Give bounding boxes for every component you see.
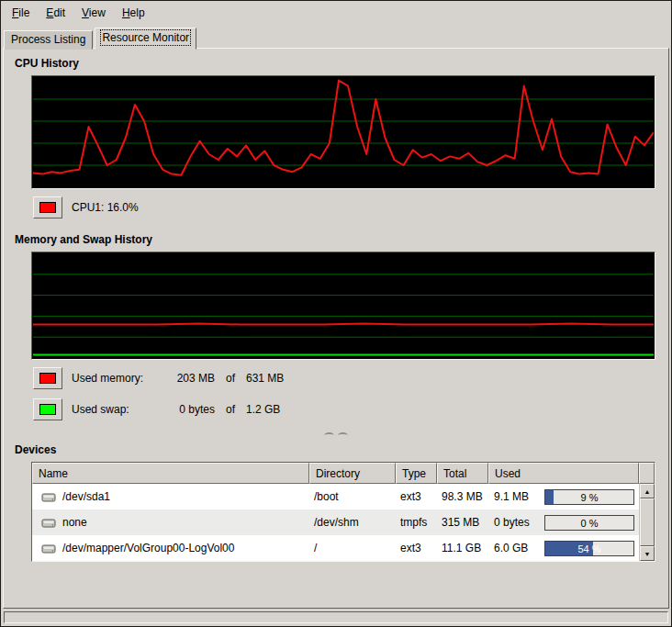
device-name: none: [62, 516, 87, 529]
column-header-type[interactable]: Type: [396, 463, 437, 484]
swap-color-swatch: [39, 404, 56, 415]
devices-table-body: /dev/sda1 /boot ext3 98.3 MB 9.1 MB 9 % …: [32, 484, 639, 561]
memory-swap-graph: [32, 252, 655, 359]
column-header-name[interactable]: Name: [32, 463, 309, 484]
column-header-total[interactable]: Total: [437, 463, 488, 484]
usage-percent-label: 0 %: [545, 516, 633, 530]
cpu-history-title: CPU History: [15, 57, 659, 70]
memory-of-text: of: [226, 372, 235, 385]
cpu-legend-label: CPU1: 16.0%: [72, 201, 139, 214]
device-row[interactable]: /dev/mapper/VolGroup00-LogVol00 / ext3 1…: [32, 535, 639, 561]
swap-legend: Used swap: 0 bytes of 1.2 GB: [33, 398, 659, 420]
swap-total-value: 1.2 GB: [246, 403, 280, 416]
device-row[interactable]: none /dev/shm tmpfs 315 MB 0 bytes 0 %: [32, 509, 639, 535]
menu-item-file[interactable]: File: [4, 4, 38, 22]
device-row[interactable]: /dev/sda1 /boot ext3 98.3 MB 9.1 MB 9 %: [32, 484, 639, 509]
device-used: 6.0 GB: [494, 542, 528, 554]
device-directory: /dev/shm: [309, 516, 396, 529]
statusbar: [4, 611, 668, 623]
devices-title: Devices: [15, 443, 659, 456]
down-arrow-icon: ▼: [644, 551, 651, 557]
memory-legend: Used memory: 203 MB of 631 MB: [33, 367, 659, 389]
memory-total-value: 631 MB: [246, 372, 284, 385]
device-name: /dev/mapper/VolGroup00-LogVol00: [62, 542, 234, 554]
menubar: FileEditViewHelp: [1, 1, 671, 24]
swap-legend-label: Used swap:: [72, 403, 158, 416]
menu-item-edit[interactable]: Edit: [38, 4, 73, 22]
usage-percent-label: 54 %: [545, 542, 633, 555]
tab-process-listing[interactable]: Process Listing: [4, 30, 93, 50]
device-type: ext3: [396, 490, 437, 503]
device-name: /dev/sda1: [62, 490, 110, 503]
menu-item-help[interactable]: Help: [114, 4, 153, 22]
devices-table-header: Name Directory Type Total Used: [32, 463, 655, 484]
cpu-history-graph: [32, 76, 655, 188]
swap-color-swatch-button[interactable]: [33, 398, 62, 420]
grip-arc-icon: [324, 432, 334, 438]
memory-swap-graph-frame: [31, 252, 655, 360]
usage-progress-bar: 9 %: [544, 489, 634, 505]
usage-progress-bar: 0 %: [544, 515, 634, 531]
swap-of-text: of: [226, 403, 235, 416]
menu-item-view[interactable]: View: [73, 4, 114, 22]
system-monitor-window: FileEditViewHelp Process ListingResource…: [0, 0, 672, 627]
tab-bar: Process ListingResource Monitor: [1, 24, 671, 48]
column-header-used[interactable]: Used: [488, 463, 639, 484]
device-directory: /: [309, 542, 396, 554]
cpu-color-swatch: [39, 202, 56, 213]
memory-color-swatch: [39, 373, 56, 384]
drive-icon: [41, 543, 56, 554]
devices-table: Name Directory Type Total Used /dev/sda1…: [31, 462, 655, 562]
cpu-history-graph-frame: [31, 75, 655, 189]
device-used: 0 bytes: [494, 516, 530, 529]
device-type: tmpfs: [396, 516, 437, 529]
grip-arc-icon: [338, 432, 348, 438]
drive-icon: [41, 517, 56, 529]
memory-legend-label: Used memory:: [72, 372, 158, 385]
device-total: 11.1 GB: [437, 542, 488, 554]
cpu-color-swatch-button[interactable]: [33, 196, 62, 218]
device-total: 98.3 MB: [437, 490, 488, 503]
cpu-legend: CPU1: 16.0%: [33, 196, 659, 218]
scrollbar-thumb[interactable]: [640, 498, 655, 546]
tab-resource-monitor[interactable]: Resource Monitor: [95, 28, 196, 50]
scrollbar-up-button[interactable]: ▲: [640, 484, 655, 498]
swap-used-value: 0 bytes: [158, 403, 215, 416]
pane-resize-grip[interactable]: [13, 430, 659, 441]
column-header-spacer: [639, 463, 655, 484]
device-type: ext3: [396, 542, 437, 554]
column-header-directory[interactable]: Directory: [309, 463, 396, 484]
device-directory: /boot: [309, 490, 396, 503]
device-total: 315 MB: [437, 516, 488, 529]
usage-progress-bar: 54 %: [544, 541, 634, 556]
up-arrow-icon: ▲: [644, 488, 651, 495]
drive-icon: [41, 491, 56, 503]
usage-percent-label: 9 %: [545, 490, 633, 504]
memory-swap-history-title: Memory and Swap History: [15, 233, 659, 246]
memory-color-swatch-button[interactable]: [33, 367, 62, 389]
scrollbar-down-button[interactable]: ▼: [640, 546, 655, 561]
memory-used-value: 203 MB: [158, 372, 215, 385]
vertical-scrollbar[interactable]: ▲ ▼: [639, 484, 655, 561]
resource-monitor-page: CPU History CPU1: 16.0% Memory and Swap …: [3, 48, 669, 609]
device-used: 9.1 MB: [494, 490, 529, 503]
